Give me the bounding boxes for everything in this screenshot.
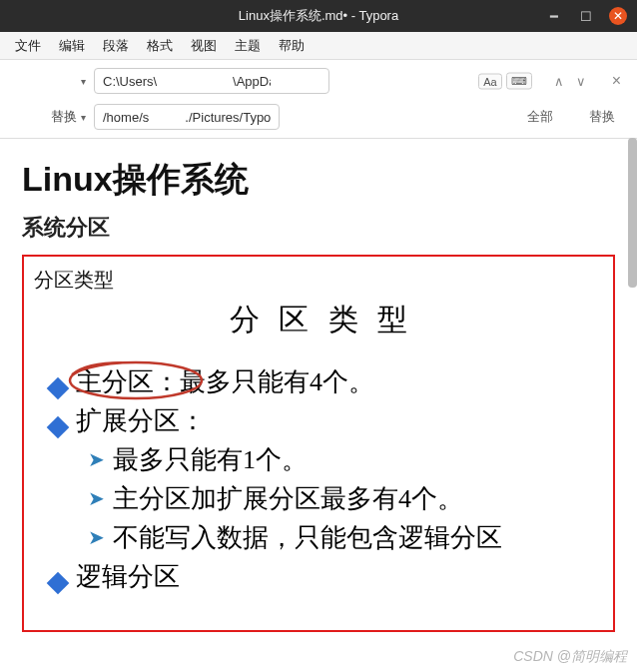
bullet-1: 主分区： 最多只能有4个。 — [34, 362, 609, 401]
bullet-1-emph: 主分区： — [76, 367, 180, 396]
scrollbar-thumb[interactable] — [628, 138, 637, 288]
chevron-down-icon[interactable]: ▾ — [81, 76, 86, 87]
find-replace-bar: ▾ Aa ⌨ ∧ ∨ × 替换 ▾ 全部 替换 — [0, 60, 637, 139]
minimize-icon[interactable]: ━ — [545, 7, 563, 25]
doc-h1: Linux操作系统 — [22, 157, 615, 203]
diamond-icon — [47, 416, 70, 439]
regex-toggle[interactable]: ⌨ — [506, 73, 532, 90]
sub-3-text: 不能写入数据，只能包含逻辑分区 — [113, 518, 502, 557]
sub-1-text: 最多只能有1个。 — [113, 440, 308, 479]
bullet-3: 逻辑分区 — [34, 557, 609, 596]
replace-label: 替换 — [51, 108, 77, 126]
close-icon[interactable]: ✕ — [609, 7, 627, 25]
menu-theme[interactable]: 主题 — [226, 34, 270, 58]
embedded-image: 分区类型 分 区 类 型 主分区： 最多只能有4个。 扩展分区： ➤ — [22, 255, 615, 632]
window-title: Linux操作系统.md• - Typora — [239, 7, 398, 25]
doc-h2: 系统分区 — [22, 213, 615, 243]
find-prev-icon[interactable]: ∧ — [550, 72, 568, 91]
sub-2: ➤ 主分区加扩展分区最多有4个。 — [34, 479, 609, 518]
match-case-toggle[interactable]: Aa — [478, 73, 501, 89]
slide-title: 分 区 类 型 — [34, 300, 609, 340]
find-next-icon[interactable]: ∨ — [572, 72, 590, 91]
bullet-1-rest: 最多只能有4个。 — [180, 362, 374, 401]
bullet-2: 扩展分区： — [34, 401, 609, 440]
arrow-icon: ➤ — [88, 444, 105, 474]
menu-file[interactable]: 文件 — [6, 34, 50, 58]
sub-3: ➤ 不能写入数据，只能包含逻辑分区 — [34, 518, 609, 557]
sub-1: ➤ 最多只能有1个。 — [34, 440, 609, 479]
replace-all-button[interactable]: 全部 — [513, 108, 567, 126]
replace-input[interactable] — [94, 104, 280, 130]
chevron-down-icon[interactable]: ▾ — [81, 112, 86, 123]
arrow-icon: ➤ — [88, 522, 105, 552]
slide-caption: 分区类型 — [34, 267, 609, 294]
diamond-icon — [47, 377, 70, 400]
menu-edit[interactable]: 编辑 — [50, 34, 94, 58]
menu-bar: 文件 编辑 段落 格式 视图 主题 帮助 — [0, 32, 637, 60]
replace-button[interactable]: 替换 — [575, 108, 629, 126]
window-controls: ━ ☐ ✕ — [545, 7, 637, 25]
menu-view[interactable]: 视图 — [182, 34, 226, 58]
arrow-icon: ➤ — [88, 483, 105, 513]
menu-help[interactable]: 帮助 — [270, 34, 314, 58]
bullet-3-text: 逻辑分区 — [76, 557, 180, 596]
menu-format[interactable]: 格式 — [138, 34, 182, 58]
maximize-icon[interactable]: ☐ — [577, 7, 595, 25]
window-titlebar: Linux操作系统.md• - Typora ━ ☐ ✕ — [0, 0, 637, 32]
bullet-2-text: 扩展分区： — [76, 401, 206, 440]
sub-2-text: 主分区加扩展分区最多有4个。 — [113, 479, 463, 518]
close-search-icon[interactable]: × — [604, 72, 629, 90]
find-input[interactable] — [94, 68, 329, 94]
diamond-icon — [47, 572, 70, 595]
menu-paragraph[interactable]: 段落 — [94, 34, 138, 58]
editor-content[interactable]: Linux操作系统 系统分区 分区类型 分 区 类 型 主分区： 最多只能有4个… — [0, 139, 637, 672]
